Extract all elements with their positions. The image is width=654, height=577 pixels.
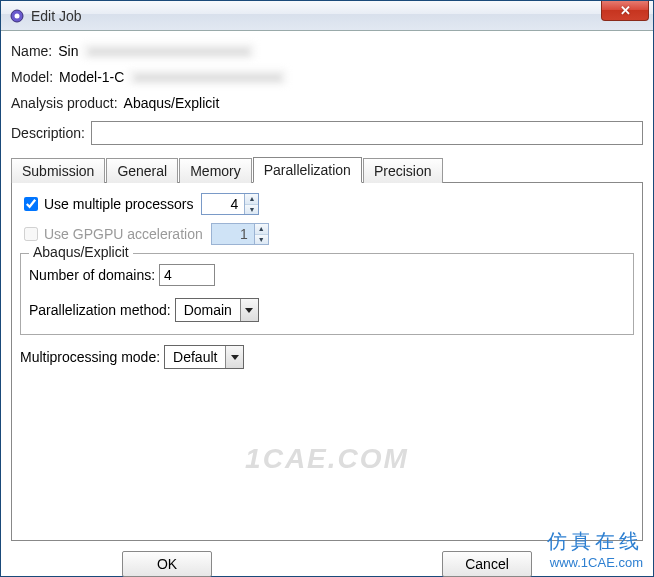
analysis-row: Analysis product: Abaqus/Explicit: [11, 95, 643, 111]
multiprocessing-mode-select[interactable]: Default: [164, 345, 244, 369]
redacted-text: xxxxxxxxxxxxxxxxxxxxxxx: [82, 43, 255, 59]
domains-row: Number of domains:: [29, 264, 625, 286]
name-value: Sin: [58, 43, 78, 59]
use-gpgpu-checkbox: [24, 227, 38, 241]
description-input[interactable]: [91, 121, 643, 145]
description-row: Description:: [11, 121, 643, 145]
tab-precision[interactable]: Precision: [363, 158, 443, 183]
analysis-product-value: Abaqus/Explicit: [124, 95, 220, 111]
redacted-text: xxxxxxxxxxxxxxxxxxxxx: [128, 69, 287, 85]
mode-row: Multiprocessing mode: Default: [20, 345, 634, 369]
ok-button[interactable]: OK: [122, 551, 212, 577]
group-legend: Abaqus/Explicit: [29, 244, 133, 260]
analysis-product-label: Analysis product:: [11, 95, 118, 111]
tab-memory[interactable]: Memory: [179, 158, 252, 183]
use-multi-row: Use multiple processors ▲ ▼: [20, 193, 634, 215]
name-label: Name:: [11, 43, 52, 59]
parallelization-method-label: Parallelization method:: [29, 302, 171, 318]
use-multiple-processors-checkbox[interactable]: [24, 197, 38, 211]
multiprocessing-mode-label: Multiprocessing mode:: [20, 349, 160, 365]
app-icon: [9, 8, 25, 24]
gpgpu-spinner: ▲ ▼: [211, 223, 269, 245]
spin-down-icon[interactable]: ▼: [245, 205, 258, 215]
gpgpu-value: [212, 224, 254, 244]
edit-job-dialog: Edit Job ✕ Name: Sin xxxxxxxxxxxxxxxxxxx…: [0, 0, 654, 577]
tab-parallelization[interactable]: Parallelization: [253, 157, 362, 183]
window-title: Edit Job: [31, 8, 82, 24]
use-gpgpu-row: Use GPGPU acceleration ▲ ▼: [20, 223, 634, 245]
parallelization-method-value: Domain: [176, 300, 240, 320]
spin-down-icon: ▼: [255, 235, 268, 245]
abaqus-explicit-group: Abaqus/Explicit Number of domains: Paral…: [20, 253, 634, 335]
name-row: Name: Sin xxxxxxxxxxxxxxxxxxxxxxx: [11, 43, 643, 59]
model-row: Model: Model-1-C xxxxxxxxxxxxxxxxxxxxx: [11, 69, 643, 85]
multiprocessing-mode-value: Default: [165, 347, 225, 367]
cancel-button[interactable]: Cancel: [442, 551, 532, 577]
number-of-domains-input[interactable]: [159, 264, 215, 286]
description-label: Description:: [11, 125, 85, 141]
chevron-down-icon[interactable]: [240, 299, 258, 321]
use-gpgpu-label: Use GPGPU acceleration: [44, 226, 203, 242]
processors-value[interactable]: [202, 194, 244, 214]
titlebar: Edit Job ✕: [1, 1, 653, 31]
model-value: Model-1-C: [59, 69, 124, 85]
tabstrip: Submission General Memory Parallelizatio…: [11, 155, 643, 183]
parallelization-method-select[interactable]: Domain: [175, 298, 259, 322]
chevron-down-icon[interactable]: [225, 346, 243, 368]
watermark-bg: 1CAE.COM: [245, 443, 409, 475]
spin-up-icon: ▲: [255, 224, 268, 235]
number-of-domains-label: Number of domains:: [29, 267, 155, 283]
svg-point-1: [15, 13, 20, 18]
processors-spinner[interactable]: ▲ ▼: [201, 193, 259, 215]
method-row: Parallelization method: Domain: [29, 298, 625, 322]
dialog-content: Name: Sin xxxxxxxxxxxxxxxxxxxxxxx Model:…: [1, 31, 653, 577]
parallelization-pane: Use multiple processors ▲ ▼ Use GPGPU ac…: [11, 183, 643, 541]
close-button[interactable]: ✕: [601, 1, 649, 21]
use-multiple-processors-label: Use multiple processors: [44, 196, 193, 212]
button-row: OK Cancel: [11, 551, 643, 577]
tab-submission[interactable]: Submission: [11, 158, 105, 183]
spin-up-icon[interactable]: ▲: [245, 194, 258, 205]
tab-general[interactable]: General: [106, 158, 178, 183]
close-icon: ✕: [620, 3, 631, 18]
model-label: Model:: [11, 69, 53, 85]
